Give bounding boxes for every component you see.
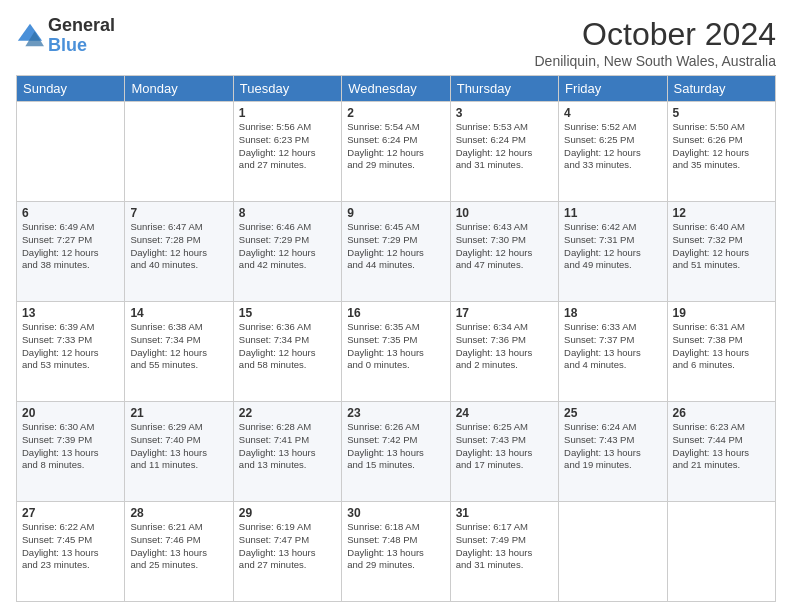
- calendar-cell: 13Sunrise: 6:39 AM Sunset: 7:33 PM Dayli…: [17, 302, 125, 402]
- day-number: 20: [22, 406, 119, 420]
- day-number: 1: [239, 106, 336, 120]
- calendar-cell: 28Sunrise: 6:21 AM Sunset: 7:46 PM Dayli…: [125, 502, 233, 602]
- calendar-cell: 7Sunrise: 6:47 AM Sunset: 7:28 PM Daylig…: [125, 202, 233, 302]
- day-info: Sunrise: 6:28 AM Sunset: 7:41 PM Dayligh…: [239, 421, 336, 472]
- col-thursday: Thursday: [450, 76, 558, 102]
- day-info: Sunrise: 5:50 AM Sunset: 6:26 PM Dayligh…: [673, 121, 770, 172]
- calendar-cell: 24Sunrise: 6:25 AM Sunset: 7:43 PM Dayli…: [450, 402, 558, 502]
- calendar-cell: 21Sunrise: 6:29 AM Sunset: 7:40 PM Dayli…: [125, 402, 233, 502]
- calendar-cell: 25Sunrise: 6:24 AM Sunset: 7:43 PM Dayli…: [559, 402, 667, 502]
- day-info: Sunrise: 6:39 AM Sunset: 7:33 PM Dayligh…: [22, 321, 119, 372]
- calendar-cell: [125, 102, 233, 202]
- col-friday: Friday: [559, 76, 667, 102]
- day-number: 25: [564, 406, 661, 420]
- calendar-cell: 26Sunrise: 6:23 AM Sunset: 7:44 PM Dayli…: [667, 402, 775, 502]
- day-number: 18: [564, 306, 661, 320]
- calendar-cell: 6Sunrise: 6:49 AM Sunset: 7:27 PM Daylig…: [17, 202, 125, 302]
- calendar-week-row: 1Sunrise: 5:56 AM Sunset: 6:23 PM Daylig…: [17, 102, 776, 202]
- day-number: 23: [347, 406, 444, 420]
- day-info: Sunrise: 5:52 AM Sunset: 6:25 PM Dayligh…: [564, 121, 661, 172]
- logo-line1: General: [48, 16, 115, 36]
- header: General Blue October 2024 Deniliquin, Ne…: [16, 16, 776, 69]
- day-info: Sunrise: 6:29 AM Sunset: 7:40 PM Dayligh…: [130, 421, 227, 472]
- calendar-week-row: 27Sunrise: 6:22 AM Sunset: 7:45 PM Dayli…: [17, 502, 776, 602]
- day-info: Sunrise: 6:33 AM Sunset: 7:37 PM Dayligh…: [564, 321, 661, 372]
- day-info: Sunrise: 5:54 AM Sunset: 6:24 PM Dayligh…: [347, 121, 444, 172]
- calendar-cell: 5Sunrise: 5:50 AM Sunset: 6:26 PM Daylig…: [667, 102, 775, 202]
- day-info: Sunrise: 6:47 AM Sunset: 7:28 PM Dayligh…: [130, 221, 227, 272]
- day-number: 30: [347, 506, 444, 520]
- day-number: 17: [456, 306, 553, 320]
- day-info: Sunrise: 6:22 AM Sunset: 7:45 PM Dayligh…: [22, 521, 119, 572]
- calendar-cell: 15Sunrise: 6:36 AM Sunset: 7:34 PM Dayli…: [233, 302, 341, 402]
- day-number: 8: [239, 206, 336, 220]
- day-info: Sunrise: 6:42 AM Sunset: 7:31 PM Dayligh…: [564, 221, 661, 272]
- calendar-cell: [17, 102, 125, 202]
- calendar-cell: 9Sunrise: 6:45 AM Sunset: 7:29 PM Daylig…: [342, 202, 450, 302]
- calendar-cell: 12Sunrise: 6:40 AM Sunset: 7:32 PM Dayli…: [667, 202, 775, 302]
- col-saturday: Saturday: [667, 76, 775, 102]
- day-number: 26: [673, 406, 770, 420]
- day-number: 4: [564, 106, 661, 120]
- day-info: Sunrise: 5:56 AM Sunset: 6:23 PM Dayligh…: [239, 121, 336, 172]
- day-number: 28: [130, 506, 227, 520]
- day-info: Sunrise: 6:49 AM Sunset: 7:27 PM Dayligh…: [22, 221, 119, 272]
- day-info: Sunrise: 6:36 AM Sunset: 7:34 PM Dayligh…: [239, 321, 336, 372]
- day-number: 13: [22, 306, 119, 320]
- calendar-cell: 23Sunrise: 6:26 AM Sunset: 7:42 PM Dayli…: [342, 402, 450, 502]
- day-number: 16: [347, 306, 444, 320]
- logo: General Blue: [16, 16, 115, 56]
- day-number: 14: [130, 306, 227, 320]
- calendar-week-row: 13Sunrise: 6:39 AM Sunset: 7:33 PM Dayli…: [17, 302, 776, 402]
- calendar-cell: 16Sunrise: 6:35 AM Sunset: 7:35 PM Dayli…: [342, 302, 450, 402]
- day-info: Sunrise: 6:34 AM Sunset: 7:36 PM Dayligh…: [456, 321, 553, 372]
- day-info: Sunrise: 6:31 AM Sunset: 7:38 PM Dayligh…: [673, 321, 770, 372]
- logo-text: General Blue: [48, 16, 115, 56]
- calendar-cell: 17Sunrise: 6:34 AM Sunset: 7:36 PM Dayli…: [450, 302, 558, 402]
- calendar-cell: 8Sunrise: 6:46 AM Sunset: 7:29 PM Daylig…: [233, 202, 341, 302]
- day-number: 11: [564, 206, 661, 220]
- calendar-cell: 22Sunrise: 6:28 AM Sunset: 7:41 PM Dayli…: [233, 402, 341, 502]
- calendar-cell: 3Sunrise: 5:53 AM Sunset: 6:24 PM Daylig…: [450, 102, 558, 202]
- calendar-cell: 4Sunrise: 5:52 AM Sunset: 6:25 PM Daylig…: [559, 102, 667, 202]
- day-number: 2: [347, 106, 444, 120]
- logo-icon: [16, 22, 44, 50]
- day-info: Sunrise: 5:53 AM Sunset: 6:24 PM Dayligh…: [456, 121, 553, 172]
- calendar-cell: 27Sunrise: 6:22 AM Sunset: 7:45 PM Dayli…: [17, 502, 125, 602]
- title-block: October 2024 Deniliquin, New South Wales…: [535, 16, 777, 69]
- calendar-cell: 30Sunrise: 6:18 AM Sunset: 7:48 PM Dayli…: [342, 502, 450, 602]
- calendar-cell: [667, 502, 775, 602]
- day-number: 3: [456, 106, 553, 120]
- day-info: Sunrise: 6:21 AM Sunset: 7:46 PM Dayligh…: [130, 521, 227, 572]
- calendar-table: Sunday Monday Tuesday Wednesday Thursday…: [16, 75, 776, 602]
- day-info: Sunrise: 6:17 AM Sunset: 7:49 PM Dayligh…: [456, 521, 553, 572]
- col-wednesday: Wednesday: [342, 76, 450, 102]
- day-number: 29: [239, 506, 336, 520]
- day-number: 7: [130, 206, 227, 220]
- day-number: 31: [456, 506, 553, 520]
- day-number: 24: [456, 406, 553, 420]
- calendar-cell: 20Sunrise: 6:30 AM Sunset: 7:39 PM Dayli…: [17, 402, 125, 502]
- day-number: 21: [130, 406, 227, 420]
- day-number: 27: [22, 506, 119, 520]
- day-number: 12: [673, 206, 770, 220]
- page: General Blue October 2024 Deniliquin, Ne…: [0, 0, 792, 612]
- col-monday: Monday: [125, 76, 233, 102]
- month-title: October 2024: [535, 16, 777, 53]
- calendar-cell: 19Sunrise: 6:31 AM Sunset: 7:38 PM Dayli…: [667, 302, 775, 402]
- day-number: 10: [456, 206, 553, 220]
- day-info: Sunrise: 6:19 AM Sunset: 7:47 PM Dayligh…: [239, 521, 336, 572]
- calendar-cell: 10Sunrise: 6:43 AM Sunset: 7:30 PM Dayli…: [450, 202, 558, 302]
- calendar-cell: 2Sunrise: 5:54 AM Sunset: 6:24 PM Daylig…: [342, 102, 450, 202]
- calendar-body: 1Sunrise: 5:56 AM Sunset: 6:23 PM Daylig…: [17, 102, 776, 602]
- day-number: 22: [239, 406, 336, 420]
- day-info: Sunrise: 6:18 AM Sunset: 7:48 PM Dayligh…: [347, 521, 444, 572]
- day-number: 19: [673, 306, 770, 320]
- day-info: Sunrise: 6:38 AM Sunset: 7:34 PM Dayligh…: [130, 321, 227, 372]
- col-sunday: Sunday: [17, 76, 125, 102]
- day-info: Sunrise: 6:24 AM Sunset: 7:43 PM Dayligh…: [564, 421, 661, 472]
- calendar-cell: 31Sunrise: 6:17 AM Sunset: 7:49 PM Dayli…: [450, 502, 558, 602]
- day-number: 9: [347, 206, 444, 220]
- calendar-cell: 18Sunrise: 6:33 AM Sunset: 7:37 PM Dayli…: [559, 302, 667, 402]
- calendar-cell: 11Sunrise: 6:42 AM Sunset: 7:31 PM Dayli…: [559, 202, 667, 302]
